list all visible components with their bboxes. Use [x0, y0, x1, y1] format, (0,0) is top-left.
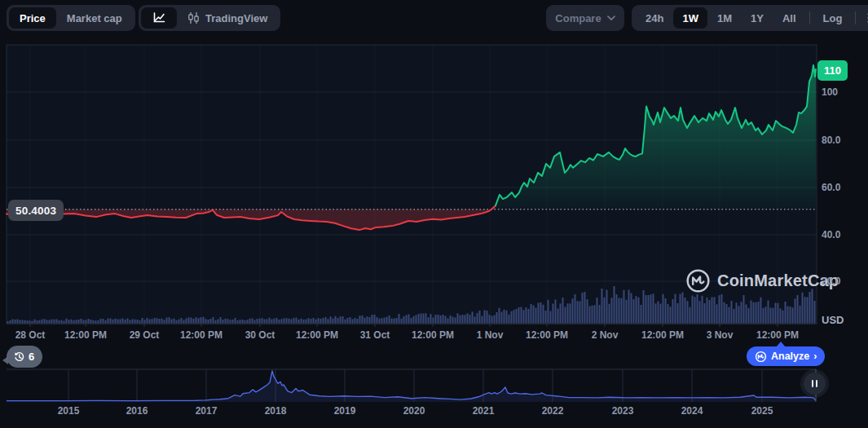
- y-axis-tick[interactable]: 20.0: [822, 276, 840, 287]
- x-axis-tick[interactable]: 12:00 PM: [64, 329, 107, 341]
- x-axis-tick[interactable]: 12:00 PM: [180, 329, 223, 341]
- line-chart-icon: [152, 11, 166, 24]
- x-axis-tick[interactable]: 1 Nov: [477, 329, 504, 341]
- x-axis-tick[interactable]: 29 Oct: [130, 329, 160, 341]
- divider: [855, 11, 856, 24]
- navigator-year-tick[interactable]: 2021: [473, 405, 495, 417]
- y-axis-tick[interactable]: 40.0: [822, 229, 840, 240]
- history-clock-icon: [13, 351, 25, 363]
- navigator-year-tick[interactable]: 2023: [612, 405, 634, 417]
- tradingview-label: TradingView: [205, 12, 267, 24]
- x-axis-tick[interactable]: 12:00 PM: [296, 329, 338, 341]
- y-axis-tick[interactable]: 100: [822, 86, 838, 98]
- y-axis-tick[interactable]: 80.0: [822, 135, 840, 146]
- price-chart-canvas[interactable]: [0, 0, 868, 428]
- baseline-price-label: 50.4003: [8, 200, 64, 221]
- compare-label: Compare: [555, 12, 601, 24]
- x-axis-tick[interactable]: 30 Oct: [245, 329, 275, 341]
- analyze-button[interactable]: Analyze ›: [747, 346, 825, 366]
- range-1w[interactable]: 1W: [673, 7, 707, 29]
- compare-dropdown[interactable]: Compare: [546, 5, 624, 31]
- x-axis-tick[interactable]: 28 Oct: [15, 329, 46, 341]
- chevron-down-icon: [607, 15, 615, 21]
- tab-price[interactable]: Price: [9, 7, 56, 29]
- currency-axis-label[interactable]: USD: [822, 314, 844, 326]
- range-1y[interactable]: 1Y: [742, 7, 773, 29]
- navigator-year-tick[interactable]: 2016: [126, 405, 148, 417]
- divider: [809, 11, 810, 24]
- watermark-text: CoinMarketCap: [717, 271, 839, 290]
- range-all[interactable]: All: [773, 7, 805, 29]
- x-axis-tick[interactable]: 2 Nov: [592, 329, 619, 341]
- navigator-year-tick[interactable]: 2017: [196, 405, 218, 417]
- tradingview-toggle[interactable]: TradingView: [177, 7, 278, 29]
- navigator-year-tick[interactable]: 2020: [403, 405, 425, 417]
- chart-settings-button[interactable]: [860, 7, 868, 29]
- analyze-chevron-icon: ›: [813, 351, 817, 362]
- coinmarketcap-watermark: CoinMarketCap: [685, 268, 839, 293]
- tab-market-cap[interactable]: Market cap: [56, 7, 133, 29]
- range-1m[interactable]: 1M: [708, 7, 741, 29]
- y-axis-tick[interactable]: 60.0: [822, 182, 840, 193]
- navigator-year-tick[interactable]: 2025: [751, 405, 773, 417]
- navigator-year-tick[interactable]: 2022: [542, 405, 564, 417]
- x-axis-tick[interactable]: 31 Oct: [360, 329, 390, 341]
- x-axis-tick[interactable]: 12:00 PM: [526, 329, 568, 341]
- navigator-resize-handle[interactable]: [804, 373, 826, 395]
- x-axis-tick[interactable]: 12:00 PM: [756, 329, 799, 341]
- time-range-selector: 24h 1W 1M 1Y All Log: [632, 5, 868, 31]
- analyze-label: Analyze: [771, 351, 809, 362]
- log-scale-toggle[interactable]: Log: [814, 7, 852, 29]
- x-axis-tick[interactable]: 3 Nov: [707, 329, 734, 341]
- line-chart-toggle[interactable]: [141, 7, 177, 29]
- navigator-year-tick[interactable]: 2019: [334, 405, 356, 417]
- navigator-year-tick[interactable]: 2015: [58, 405, 80, 417]
- x-axis-tick[interactable]: 12:00 PM: [412, 329, 454, 341]
- chart-type-toggle: TradingView: [139, 5, 280, 31]
- x-axis-tick[interactable]: 12:00 PM: [641, 329, 684, 341]
- price-chart-widget: Price Market cap TradingView Compare 24h: [0, 0, 868, 428]
- coinmarketcap-logo-icon: [685, 268, 711, 293]
- candlestick-icon: [187, 11, 200, 24]
- range-24h[interactable]: 24h: [637, 7, 672, 29]
- navigator-year-tick[interactable]: 2018: [265, 405, 287, 417]
- analyze-logo-icon: [755, 351, 767, 363]
- last-price-badge: 110: [817, 60, 848, 81]
- history-count: 6: [29, 351, 34, 363]
- price-marketcap-toggle: Price Market cap: [7, 5, 135, 31]
- history-badge[interactable]: 6: [7, 346, 42, 368]
- navigator-year-tick[interactable]: 2024: [681, 405, 703, 417]
